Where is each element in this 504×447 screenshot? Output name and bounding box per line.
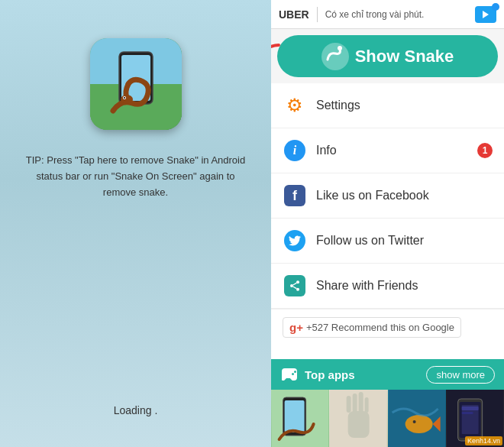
app-thumb-2[interactable] — [329, 390, 387, 447]
svg-rect-34 — [461, 407, 478, 410]
twitter-icon — [283, 228, 307, 253]
settings-menu-item[interactable]: ⚙ Settings — [271, 83, 504, 128]
svg-rect-20 — [353, 394, 357, 413]
right-panel: UBER Có xe chỉ trong vài phút. Show Snak… — [271, 0, 504, 447]
app-icon — [90, 38, 182, 130]
ad-banner: UBER Có xe chỉ trong vài phút. — [271, 0, 504, 29]
google-plus-button[interactable]: g+ +527 Recommend this on Google — [283, 317, 461, 338]
svg-point-5 — [121, 95, 133, 104]
app-thumbnails: Kenh14.vn — [271, 390, 504, 447]
watermark: Kenh14.vn — [465, 436, 502, 445]
ad-text: Có xe chỉ trong vài phút. — [325, 9, 475, 20]
ad-divider — [317, 7, 318, 22]
info-icon: i — [283, 138, 307, 163]
ad-play-button[interactable] — [475, 6, 496, 23]
info-label: Info — [316, 144, 477, 157]
google-recommend-row[interactable]: g+ +527 Recommend this on Google — [271, 309, 504, 345]
show-snake-header[interactable]: Show Snake — [277, 35, 498, 77]
tip-text: TIP: Press "Tap here to remove Snake" in… — [11, 153, 260, 200]
ad-badge — [492, 3, 499, 11]
svg-rect-24 — [348, 411, 370, 438]
top-apps-header: Top apps show more — [271, 359, 504, 390]
svg-line-14 — [293, 287, 297, 289]
google-plus-icon: g+ — [289, 321, 303, 334]
top-apps-left: Top apps — [280, 365, 355, 384]
gamepad-icon — [280, 365, 299, 384]
info-badge: 1 — [477, 143, 493, 158]
google-recommend-text: +527 Recommend this on Google — [306, 322, 454, 333]
svg-point-8 — [321, 43, 349, 70]
svg-point-13 — [296, 288, 299, 291]
share-label: Share with Friends — [316, 279, 493, 293]
svg-rect-23 — [365, 397, 369, 413]
facebook-label: Like us on Facebook — [316, 189, 493, 202]
app-thumb-4[interactable]: Kenh14.vn — [446, 390, 504, 447]
svg-rect-21 — [359, 392, 363, 413]
svg-point-28 — [412, 420, 415, 423]
loading-text: Loading . — [114, 404, 158, 416]
svg-point-11 — [296, 280, 299, 283]
facebook-menu-item[interactable]: f Like us on Facebook — [271, 173, 504, 219]
twitter-label: Follow us on Twitter — [316, 234, 493, 248]
settings-label: Settings — [316, 99, 493, 112]
red-arrow-icon — [271, 37, 286, 99]
info-menu-item[interactable]: i Info 1 — [271, 128, 504, 173]
svg-point-12 — [290, 284, 293, 287]
share-menu-item[interactable]: Share with Friends — [271, 264, 504, 309]
twitter-menu-item[interactable]: Follow us on Twitter — [271, 219, 504, 264]
top-apps-label: Top apps — [305, 368, 355, 381]
share-icon — [283, 274, 307, 298]
snake-logo-icon — [321, 43, 349, 70]
svg-point-9 — [338, 46, 342, 50]
facebook-icon: f — [283, 183, 307, 208]
svg-point-26 — [405, 415, 432, 433]
svg-rect-35 — [461, 412, 473, 414]
svg-rect-22 — [347, 396, 351, 413]
show-snake-title: Show Snake — [355, 47, 454, 66]
app-thumb-1[interactable] — [271, 390, 329, 447]
app-thumb-3[interactable] — [388, 390, 446, 447]
left-panel: TIP: Press "Tap here to remove Snake" in… — [0, 0, 271, 447]
show-more-button[interactable]: show more — [426, 366, 495, 384]
menu-list: ⚙ Settings i Info 1 f — [271, 83, 504, 359]
svg-point-7 — [124, 97, 125, 99]
svg-line-15 — [293, 283, 297, 285]
svg-rect-18 — [285, 400, 305, 432]
uber-logo: UBER — [279, 8, 309, 21]
